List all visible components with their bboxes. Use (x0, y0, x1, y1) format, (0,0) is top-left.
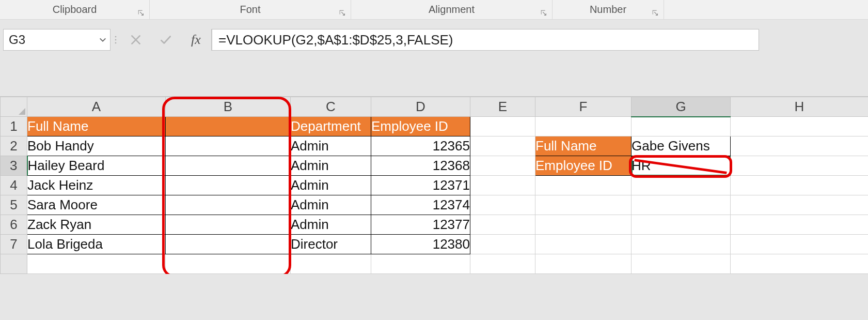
cell-A1[interactable]: Full Name (27, 117, 166, 136)
cell-C6[interactable]: Admin (291, 215, 371, 235)
col-header-E[interactable]: E (470, 97, 535, 117)
cell-F1[interactable] (535, 117, 632, 136)
cell-H7[interactable] (731, 235, 869, 254)
cell-C4[interactable]: Admin (291, 176, 371, 195)
cell-E4[interactable] (470, 176, 535, 195)
cell-B3[interactable] (166, 156, 291, 176)
cell-G2[interactable]: Gabe Givens (632, 136, 731, 156)
enter-button[interactable] (151, 29, 181, 51)
dialog-launcher-icon[interactable] (137, 9, 145, 17)
cell-F2[interactable]: Full Name (535, 136, 632, 156)
divider-icon (111, 29, 121, 51)
dialog-launcher-icon[interactable] (651, 9, 659, 17)
col-header-C[interactable]: C (291, 97, 371, 117)
cell-A6[interactable]: Zack Ryan (27, 215, 166, 235)
cell-G7[interactable] (632, 235, 731, 254)
row-6: 6 Zack Ryan Admin 12377 (1, 215, 869, 235)
cell-D1[interactable]: Employee ID (371, 117, 470, 136)
insert-function-button[interactable]: fx (181, 29, 212, 51)
cell-E6[interactable] (470, 215, 535, 235)
cell-G4[interactable] (632, 176, 731, 195)
name-box[interactable]: G3 (3, 29, 111, 51)
col-header-F[interactable]: F (535, 97, 632, 117)
row-3: 3 Hailey Beard Admin 12368 Employee ID H… (1, 156, 869, 176)
row-header-2[interactable]: 2 (1, 136, 27, 156)
cell-C2[interactable]: Admin (291, 136, 371, 156)
cell-H4[interactable] (731, 176, 869, 195)
cell-D6[interactable]: 12377 (371, 215, 470, 235)
formula-bar: G3 fx (3, 29, 865, 51)
cell-F7[interactable] (535, 235, 632, 254)
row-header-7[interactable]: 7 (1, 235, 27, 254)
cell-B4[interactable] (166, 176, 291, 195)
cell-F6[interactable] (535, 215, 632, 235)
ribbon-group-label: Clipboard (0, 4, 149, 16)
ribbon-group-label: Number (553, 4, 664, 16)
dialog-launcher-icon[interactable] (338, 9, 346, 17)
col-header-D[interactable]: D (371, 97, 470, 117)
cancel-button[interactable] (121, 29, 151, 51)
row-header-6[interactable]: 6 (1, 215, 27, 235)
cell-D4[interactable]: 12371 (371, 176, 470, 195)
cell-G3[interactable]: HR (632, 156, 731, 176)
select-all-corner[interactable] (1, 97, 27, 117)
ribbon-group-number: Number (553, 0, 664, 19)
cell-H6[interactable] (731, 215, 869, 235)
cell-A4[interactable]: Jack Heinz (27, 176, 166, 195)
spreadsheet-grid[interactable]: A B C D E F G H 1 Full Name Department E… (0, 97, 868, 274)
cell-A2[interactable]: Bob Handy (27, 136, 166, 156)
row-header-5[interactable]: 5 (1, 195, 27, 215)
row-4: 4 Jack Heinz Admin 12371 (1, 176, 869, 195)
cell-E1[interactable] (470, 117, 535, 136)
col-header-H[interactable]: H (731, 97, 869, 117)
cell-H5[interactable] (731, 195, 869, 215)
cell-C3[interactable]: Admin (291, 156, 371, 176)
cell-B7[interactable] (166, 235, 291, 254)
cell-D7[interactable]: 12380 (371, 235, 470, 254)
row-header-3[interactable]: 3 (1, 156, 27, 176)
row-header-4[interactable]: 4 (1, 176, 27, 195)
cell-A3[interactable]: Hailey Beard (27, 156, 166, 176)
cell-B6[interactable] (166, 215, 291, 235)
cell-B1[interactable] (166, 117, 291, 136)
cell-H2[interactable] (731, 136, 869, 156)
cell-H3[interactable] (731, 156, 869, 176)
cell-D2[interactable]: 12365 (371, 136, 470, 156)
svg-point-1 (115, 39, 117, 41)
row-header-1[interactable]: 1 (1, 117, 27, 136)
column-headers[interactable]: A B C D E F G H (1, 97, 869, 117)
cell-E7[interactable] (470, 235, 535, 254)
ribbon-group-font: Font (150, 0, 351, 19)
cell-C5[interactable]: Admin (291, 195, 371, 215)
cell-G5[interactable] (632, 195, 731, 215)
cell-F3[interactable]: Employee ID (535, 156, 632, 176)
dialog-launcher-icon[interactable] (540, 9, 548, 17)
cell-F5[interactable] (535, 195, 632, 215)
cell-D5[interactable]: 12374 (371, 195, 470, 215)
cell-H1[interactable] (731, 117, 869, 136)
col-header-A[interactable]: A (27, 97, 166, 117)
fx-label: fx (191, 32, 201, 48)
cell-A5[interactable]: Sara Moore (27, 195, 166, 215)
cell-C1[interactable]: Department (291, 117, 371, 136)
formula-input[interactable] (212, 29, 759, 51)
cell-A7[interactable]: Lola Brigeda (27, 235, 166, 254)
cell-E2[interactable] (470, 136, 535, 156)
cell-B2[interactable] (166, 136, 291, 156)
cell-E5[interactable] (470, 195, 535, 215)
row-header-blank[interactable] (1, 254, 27, 274)
cell-B5[interactable] (166, 195, 291, 215)
cell-F4[interactable] (535, 176, 632, 195)
cell-C7[interactable]: Director (291, 235, 371, 254)
cell-G6[interactable] (632, 215, 731, 235)
row-2: 2 Bob Handy Admin 12365 Full Name Gabe G… (1, 136, 869, 156)
ribbon-group-label: Font (150, 4, 351, 16)
col-header-G[interactable]: G (632, 97, 731, 117)
cell-D3[interactable]: 12368 (371, 156, 470, 176)
chevron-down-icon[interactable] (99, 36, 107, 44)
row-1: 1 Full Name Department Employee ID (1, 117, 869, 136)
cell-G1[interactable] (632, 117, 731, 136)
col-header-B[interactable]: B (166, 97, 291, 117)
ribbon-group-labels: Clipboard Font Alignment Number (0, 0, 868, 20)
cell-E3[interactable] (470, 156, 535, 176)
